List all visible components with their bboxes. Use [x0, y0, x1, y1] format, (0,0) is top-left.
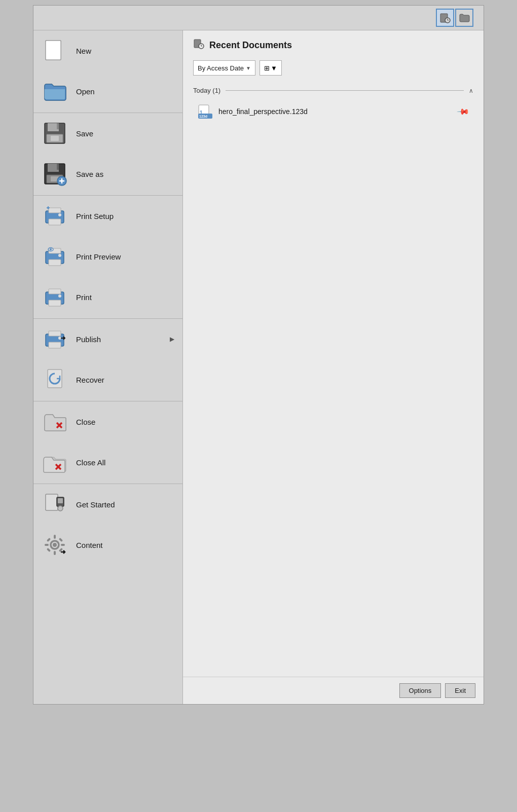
svg-rect-45: [46, 494, 58, 510]
sidebar-item-closeall[interactable]: Close All: [33, 442, 182, 483]
filter-label: By Access Date: [198, 64, 244, 72]
svg-rect-37: [49, 342, 61, 348]
section-today-header: Today (1) ∧: [183, 83, 484, 98]
sidebar-item-recover[interactable]: Recover: [33, 359, 182, 400]
panel-header: Recent Documents: [183, 30, 484, 57]
file-type-icon: 1 123d: [198, 104, 212, 119]
sidebar-item-save[interactable]: Save: [33, 113, 182, 154]
svg-rect-5: [46, 41, 61, 60]
recent-docs-icon: [193, 39, 204, 52]
svg-rect-52: [54, 551, 56, 555]
sidebar-item-printsetup[interactable]: Print Setup: [33, 195, 182, 236]
recent-docs-toolbar-btn[interactable]: [436, 9, 454, 27]
svg-point-28: [58, 254, 61, 257]
svg-rect-32: [49, 289, 61, 294]
printpreview-icon: [42, 243, 68, 270]
sidebar-item-printpreview[interactable]: Print Preview: [33, 236, 182, 277]
sidebar-item-print-label: Print: [76, 293, 92, 302]
sidebar-item-publish[interactable]: Publish ▶: [33, 318, 182, 359]
sidebar: New Open: [33, 30, 183, 704]
svg-rect-51: [54, 535, 56, 539]
svg-rect-10: [51, 136, 59, 141]
options-button[interactable]: Options: [399, 683, 441, 698]
file-name: hero_final_perspective.123d: [218, 107, 452, 116]
sidebar-item-closeall-label: Close All: [76, 458, 105, 467]
svg-rect-53: [45, 544, 49, 546]
sidebar-item-close[interactable]: Close: [33, 401, 182, 442]
section-today-label: Today (1): [193, 87, 220, 94]
save-icon: [42, 120, 68, 146]
sidebar-item-new[interactable]: New: [33, 30, 182, 71]
svg-rect-33: [49, 300, 61, 306]
sidebar-item-new-label: New: [76, 47, 91, 55]
section-collapse-btn[interactable]: ∧: [469, 87, 473, 94]
sidebar-item-content[interactable]: Content: [33, 525, 182, 565]
svg-rect-13: [57, 164, 59, 170]
sidebar-item-saveas[interactable]: Save as: [33, 154, 182, 194]
sidebar-item-close-label: Close: [76, 418, 95, 426]
svg-text:123d: 123d: [199, 115, 207, 118]
svg-point-34: [58, 294, 61, 298]
svg-rect-20: [49, 208, 61, 213]
sidebar-item-printpreview-label: Print Preview: [76, 252, 121, 261]
svg-rect-56: [59, 538, 63, 542]
recover-icon: [42, 366, 68, 393]
filter-row: By Access Date ▼ ⊞ ▼: [183, 57, 484, 83]
panel-title: Recent Documents: [209, 40, 292, 51]
sidebar-item-recover-label: Recover: [76, 376, 104, 384]
print-icon: [42, 284, 68, 310]
filter-arrow: ▼: [246, 65, 251, 71]
svg-rect-57: [47, 548, 51, 552]
close-icon: [42, 409, 68, 435]
sidebar-item-open[interactable]: Open: [33, 71, 182, 112]
pin-icon[interactable]: 📌: [456, 104, 470, 119]
content-icon: [42, 532, 68, 558]
svg-point-22: [58, 213, 61, 216]
printsetup-icon: [42, 203, 68, 229]
svg-point-50: [53, 543, 57, 547]
svg-point-30: [50, 248, 52, 250]
closeall-icon: [42, 449, 68, 475]
sidebar-item-getstarted-label: Get Started: [76, 500, 115, 509]
svg-point-48: [58, 506, 63, 511]
sidebar-item-save-label: Save: [76, 129, 93, 138]
svg-rect-47: [58, 498, 63, 503]
saveas-icon: [42, 161, 68, 187]
svg-rect-21: [49, 219, 61, 225]
svg-rect-36: [49, 331, 61, 336]
file-list: 1 123d hero_final_perspective.123d 📌: [183, 98, 484, 125]
svg-rect-8: [57, 123, 59, 129]
file-item[interactable]: 1 123d hero_final_perspective.123d 📌: [193, 100, 473, 123]
sidebar-item-open-label: Open: [76, 87, 95, 96]
bottom-bar: Options Exit: [183, 677, 484, 704]
publish-icon: [42, 326, 68, 352]
sidebar-item-printsetup-label: Print Setup: [76, 212, 114, 220]
publish-submenu-arrow: ▶: [170, 336, 174, 343]
svg-rect-27: [49, 260, 61, 266]
sidebar-item-publish-label: Publish: [76, 335, 101, 344]
view-icon: ⊞: [264, 64, 270, 72]
view-arrow: ▼: [271, 64, 277, 72]
spacer: [183, 125, 484, 677]
sidebar-item-content-label: Content: [76, 541, 103, 549]
right-panel: Recent Documents By Access Date ▼ ⊞ ▼ To…: [183, 30, 484, 704]
new-icon: [42, 38, 68, 64]
main-content: New Open: [33, 30, 484, 704]
toolbar: [33, 6, 484, 30]
section-divider: [226, 90, 464, 91]
sidebar-item-print[interactable]: Print: [33, 277, 182, 317]
view-toggle[interactable]: ⊞ ▼: [260, 60, 282, 76]
svg-rect-55: [47, 538, 51, 542]
exit-button[interactable]: Exit: [445, 683, 475, 698]
svg-rect-54: [61, 544, 65, 546]
access-date-filter[interactable]: By Access Date ▼: [193, 60, 255, 76]
open-docs-toolbar-btn[interactable]: [455, 9, 473, 27]
getstarted-icon: [42, 491, 68, 518]
sidebar-item-getstarted[interactable]: Get Started: [33, 484, 182, 525]
app-window: New Open: [33, 5, 484, 705]
open-icon: [42, 78, 68, 104]
sidebar-item-saveas-label: Save as: [76, 170, 103, 178]
